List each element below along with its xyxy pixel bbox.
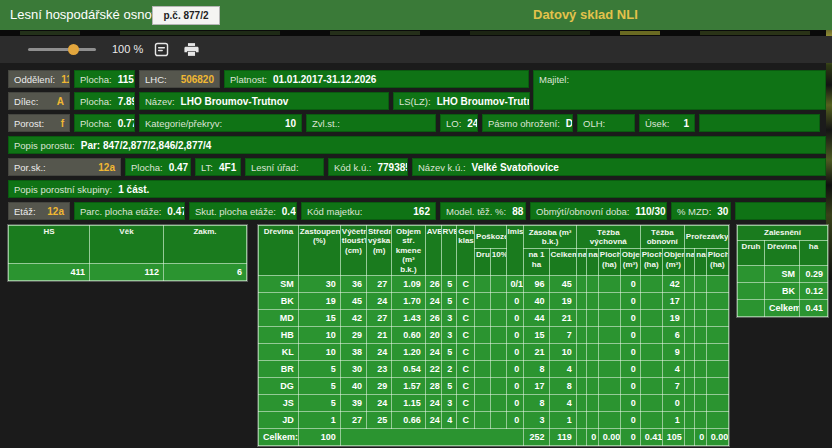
note-icon[interactable] xyxy=(153,41,170,58)
table-cell: 0 xyxy=(506,361,524,378)
field-model-tez: Model. těž. %:88 xyxy=(440,202,526,220)
table-cell xyxy=(576,310,586,327)
table-cell xyxy=(695,361,707,378)
field-label: LS(LZ): xyxy=(399,96,431,107)
column-header-nas: nas. xyxy=(695,249,707,276)
table-cell: 0 xyxy=(506,395,524,412)
field-value: 10 xyxy=(285,118,296,129)
table-cell xyxy=(684,395,694,412)
field-row: Porost:fPlocha:0.77Kategorie/překryv:10Z… xyxy=(8,114,820,132)
table-cell: 19 xyxy=(298,293,340,310)
table-cell: 45 xyxy=(549,276,576,293)
table-cell xyxy=(598,344,620,361)
table-cell: 96 xyxy=(524,276,549,293)
field-value: 162 xyxy=(413,206,430,217)
table-cell: 0 xyxy=(506,378,524,395)
table-cell: 0 xyxy=(620,429,640,446)
table-cell: 19 xyxy=(549,293,576,310)
table-cell xyxy=(475,412,491,429)
table-cell xyxy=(598,293,620,310)
field-label: Plocha: xyxy=(131,162,163,173)
table-cell xyxy=(576,293,586,310)
table-cell: 1.70 xyxy=(392,293,426,310)
table-cell: 0 xyxy=(587,429,599,446)
table-cell: 38 xyxy=(340,344,366,361)
table-cell: 10 xyxy=(298,327,340,344)
table-cell: 7 xyxy=(549,327,576,344)
zoom-slider-handle[interactable] xyxy=(68,44,79,55)
field-value: A xyxy=(57,96,64,107)
field-value: D xyxy=(566,118,573,129)
field-value: 30 xyxy=(717,206,728,217)
photo-fragment xyxy=(120,31,280,35)
table-cell: 0 xyxy=(506,327,524,344)
column-header-avb: AVB xyxy=(425,226,441,276)
table-cell xyxy=(706,378,728,395)
table-cell: BR xyxy=(259,361,299,378)
field-label: LT: xyxy=(201,162,213,173)
parcel-number-box[interactable]: p.č. 877/2 xyxy=(152,6,220,25)
table-cell xyxy=(695,276,707,293)
photo-fragment xyxy=(470,31,590,35)
print-icon[interactable] xyxy=(183,41,200,58)
table-cell: 26 xyxy=(425,310,441,327)
field-porost: Porost:f xyxy=(8,114,70,132)
table-cell: 15 xyxy=(298,310,340,327)
photo-fragment xyxy=(620,31,660,35)
table-cell: 0 xyxy=(695,429,707,446)
photo-fragment xyxy=(700,31,810,35)
table-cell xyxy=(490,412,506,429)
column-header-zalesneni: Zalesnění xyxy=(738,226,828,241)
table-cell: 411 xyxy=(9,264,90,281)
column-header-druh: Druh xyxy=(475,249,491,276)
table-cell: 0 xyxy=(620,310,640,327)
field-label: Por.sk.: xyxy=(14,162,46,173)
field-label: Kategorie/překryv: xyxy=(145,118,222,129)
field-lt: LT:4F1 xyxy=(195,158,241,176)
column-header-zasoba-m-b-k: Zásoba (m³ b.k.) xyxy=(524,226,576,249)
table-cell: SM xyxy=(764,266,799,283)
table-cell: 0.12 xyxy=(800,283,828,300)
table-cell: 42 xyxy=(340,310,366,327)
table-cell xyxy=(684,327,694,344)
table-cell xyxy=(695,412,707,429)
app-title: Datový sklad NLI xyxy=(533,7,638,22)
field-label: Pásmo ohrožení: xyxy=(488,118,560,129)
table-cell xyxy=(695,395,707,412)
table-cell: 4 xyxy=(549,361,576,378)
field-value: 24 xyxy=(467,118,478,129)
field-label: Etáž: xyxy=(14,206,36,217)
table-cell: HB xyxy=(259,327,299,344)
table-cell: 0 xyxy=(506,310,524,327)
table-cell: JD xyxy=(259,412,299,429)
species-row: HB1029210.60203C015706 xyxy=(259,327,729,344)
zoom-slider[interactable] xyxy=(28,48,96,51)
field-popis-porostu: Popis porostu:Par: 847/2,877/2,846/2,877… xyxy=(8,136,826,154)
table-cell: 5 xyxy=(441,344,457,361)
table-cell: C xyxy=(457,378,475,395)
table-cell: 3 xyxy=(441,310,457,327)
table-cell xyxy=(598,361,620,378)
field-label: Lesní úřad: xyxy=(251,162,299,173)
field-row: Por.sk.:12aPlocha:0.47LT:4F1Lesní úřad:K… xyxy=(8,158,826,176)
table-cell: 0.41 xyxy=(800,300,828,317)
table-cell: C xyxy=(457,327,475,344)
species-row: KL1038241.20245C0211009 xyxy=(259,344,729,361)
table-cell: 5 xyxy=(298,378,340,395)
photo-fragment xyxy=(330,31,420,35)
table-cell: 5 xyxy=(298,361,340,378)
field-label: Model. těž. %: xyxy=(446,206,506,217)
field-pasmo-ohrozeni: Pásmo ohrožení:D xyxy=(482,114,573,132)
zalesneni-row: Celkem:0.41 xyxy=(738,300,828,317)
table-cell xyxy=(695,327,707,344)
species-row: BK1945241.70245C04019017 xyxy=(259,293,729,310)
table-cell xyxy=(598,412,620,429)
field-value: 506820 xyxy=(181,74,214,85)
species-row: JS539241.15243C08400 xyxy=(259,395,729,412)
table-cell xyxy=(490,344,506,361)
table-cell xyxy=(640,361,662,378)
table-cell: 1.15 xyxy=(392,395,426,412)
table-cell xyxy=(576,327,586,344)
table-cell xyxy=(587,361,599,378)
field-nazev-k-u: Název k.ú.:Velké Svatoňovice xyxy=(412,158,826,176)
